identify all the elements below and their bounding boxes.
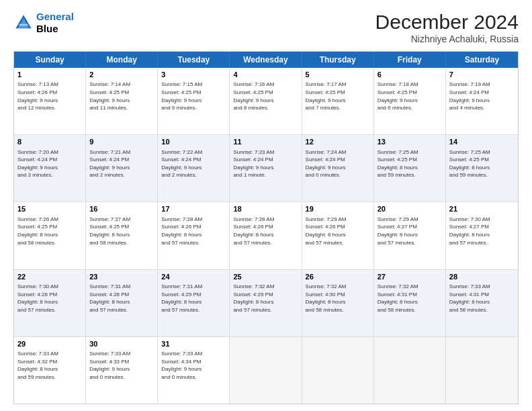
day-info: Sunrise: 7:28 AM Sunset: 4:26 PM Dayligh…	[161, 216, 226, 246]
table-row: 11Sunrise: 7:23 AM Sunset: 4:24 PM Dayli…	[230, 135, 302, 201]
header-sunday: Sunday	[14, 52, 86, 68]
day-number: 16	[89, 204, 154, 214]
day-number: 8	[17, 137, 82, 147]
table-row: 8Sunrise: 7:20 AM Sunset: 4:24 PM Daylig…	[14, 135, 86, 201]
day-info: Sunrise: 7:32 AM Sunset: 4:30 PM Dayligh…	[306, 283, 370, 314]
day-info: Sunrise: 7:32 AM Sunset: 4:31 PM Dayligh…	[378, 283, 442, 314]
table-row: 18Sunrise: 7:28 AM Sunset: 4:26 PM Dayli…	[230, 202, 302, 269]
day-info: Sunrise: 7:33 AM Sunset: 4:34 PM Dayligh…	[161, 350, 226, 381]
day-info: Sunrise: 7:15 AM Sunset: 4:25 PM Dayligh…	[161, 81, 226, 111]
title-block: December 2024 Nizhniye Achaluki, Russia	[375, 11, 519, 44]
table-row: 7Sunrise: 7:19 AM Sunset: 4:24 PM Daylig…	[446, 68, 518, 134]
day-info: Sunrise: 7:25 AM Sunset: 4:25 PM Dayligh…	[378, 148, 442, 179]
day-info: Sunrise: 7:29 AM Sunset: 4:26 PM Dayligh…	[306, 216, 370, 246]
table-row: 3Sunrise: 7:15 AM Sunset: 4:25 PM Daylig…	[158, 68, 230, 134]
day-info: Sunrise: 7:30 AM Sunset: 4:27 PM Dayligh…	[449, 216, 515, 246]
page: General Blue December 2024 Nizhniye Acha…	[0, 0, 532, 411]
day-number: 2	[89, 70, 154, 80]
day-number: 17	[161, 204, 226, 214]
day-info: Sunrise: 7:32 AM Sunset: 4:29 PM Dayligh…	[233, 283, 298, 314]
day-number: 30	[89, 339, 154, 349]
table-row: 5Sunrise: 7:17 AM Sunset: 4:25 PM Daylig…	[302, 68, 374, 134]
day-number: 10	[161, 137, 226, 147]
day-number: 20	[378, 204, 442, 214]
day-info: Sunrise: 7:33 AM Sunset: 4:32 PM Dayligh…	[17, 350, 82, 381]
day-info: Sunrise: 7:27 AM Sunset: 4:25 PM Dayligh…	[89, 216, 154, 246]
day-info: Sunrise: 7:33 AM Sunset: 4:33 PM Dayligh…	[89, 350, 154, 381]
table-row: 23Sunrise: 7:31 AM Sunset: 4:28 PM Dayli…	[86, 270, 158, 336]
table-row: 1Sunrise: 7:13 AM Sunset: 4:26 PM Daylig…	[14, 68, 86, 134]
day-info: Sunrise: 7:19 AM Sunset: 4:24 PM Dayligh…	[449, 81, 515, 111]
day-number: 24	[161, 272, 226, 282]
table-row: 4Sunrise: 7:16 AM Sunset: 4:25 PM Daylig…	[230, 68, 302, 134]
logo: General Blue	[13, 11, 74, 35]
table-row: 9Sunrise: 7:21 AM Sunset: 4:24 PM Daylig…	[86, 135, 158, 201]
day-number: 5	[306, 70, 370, 80]
day-info: Sunrise: 7:20 AM Sunset: 4:24 PM Dayligh…	[17, 148, 82, 179]
day-number: 25	[233, 272, 298, 282]
day-info: Sunrise: 7:29 AM Sunset: 4:27 PM Dayligh…	[378, 216, 442, 246]
day-info: Sunrise: 7:14 AM Sunset: 4:25 PM Dayligh…	[89, 81, 154, 111]
day-number: 13	[378, 137, 442, 147]
day-info: Sunrise: 7:13 AM Sunset: 4:26 PM Dayligh…	[17, 81, 82, 111]
day-info: Sunrise: 7:26 AM Sunset: 4:25 PM Dayligh…	[17, 216, 82, 246]
day-number: 3	[161, 70, 226, 80]
table-row: 19Sunrise: 7:29 AM Sunset: 4:26 PM Dayli…	[302, 202, 374, 269]
calendar-row: 22Sunrise: 7:30 AM Sunset: 4:28 PM Dayli…	[14, 270, 518, 337]
table-row: 28Sunrise: 7:33 AM Sunset: 4:31 PM Dayli…	[446, 270, 518, 336]
day-number: 26	[306, 272, 370, 282]
day-info: Sunrise: 7:18 AM Sunset: 4:25 PM Dayligh…	[378, 81, 442, 111]
day-info: Sunrise: 7:24 AM Sunset: 4:24 PM Dayligh…	[306, 148, 370, 179]
table-row: 27Sunrise: 7:32 AM Sunset: 4:31 PM Dayli…	[374, 270, 446, 336]
day-info: Sunrise: 7:25 AM Sunset: 4:25 PM Dayligh…	[449, 148, 515, 179]
calendar-row: 29Sunrise: 7:33 AM Sunset: 4:32 PM Dayli…	[14, 337, 518, 404]
day-number: 31	[161, 339, 226, 349]
day-number: 15	[17, 204, 82, 214]
calendar-row: 1Sunrise: 7:13 AM Sunset: 4:26 PM Daylig…	[14, 68, 518, 135]
logo-text: General Blue	[36, 11, 74, 35]
day-number: 21	[449, 204, 515, 214]
day-number: 27	[378, 272, 442, 282]
table-row: 6Sunrise: 7:18 AM Sunset: 4:25 PM Daylig…	[374, 68, 446, 134]
table-row: 22Sunrise: 7:30 AM Sunset: 4:28 PM Dayli…	[14, 270, 86, 336]
table-row: 24Sunrise: 7:31 AM Sunset: 4:29 PM Dayli…	[158, 270, 230, 336]
header-friday: Friday	[374, 52, 446, 68]
day-number: 29	[17, 339, 82, 349]
day-number: 11	[233, 137, 298, 147]
day-number: 22	[17, 272, 82, 282]
day-info: Sunrise: 7:16 AM Sunset: 4:25 PM Dayligh…	[233, 81, 298, 111]
day-number: 1	[17, 70, 82, 80]
day-number: 28	[449, 272, 515, 282]
table-row	[446, 337, 518, 404]
table-row: 10Sunrise: 7:22 AM Sunset: 4:24 PM Dayli…	[158, 135, 230, 201]
day-number: 6	[378, 70, 442, 80]
location-title: Nizhniye Achaluki, Russia	[375, 34, 519, 44]
header-monday: Monday	[86, 52, 158, 68]
calendar-header: Sunday Monday Tuesday Wednesday Thursday…	[14, 52, 518, 68]
table-row: 12Sunrise: 7:24 AM Sunset: 4:24 PM Dayli…	[302, 135, 374, 201]
table-row	[230, 337, 302, 404]
table-row: 17Sunrise: 7:28 AM Sunset: 4:26 PM Dayli…	[158, 202, 230, 269]
table-row: 13Sunrise: 7:25 AM Sunset: 4:25 PM Dayli…	[374, 135, 446, 201]
table-row: 29Sunrise: 7:33 AM Sunset: 4:32 PM Dayli…	[14, 337, 86, 404]
header-wednesday: Wednesday	[230, 52, 302, 68]
svg-rect-2	[19, 24, 28, 26]
day-number: 14	[449, 137, 515, 147]
header-thursday: Thursday	[302, 52, 374, 68]
table-row: 21Sunrise: 7:30 AM Sunset: 4:27 PM Dayli…	[446, 202, 518, 269]
day-info: Sunrise: 7:23 AM Sunset: 4:24 PM Dayligh…	[233, 148, 298, 179]
header: General Blue December 2024 Nizhniye Acha…	[13, 11, 519, 44]
day-info: Sunrise: 7:21 AM Sunset: 4:24 PM Dayligh…	[89, 148, 154, 179]
day-info: Sunrise: 7:28 AM Sunset: 4:26 PM Dayligh…	[233, 216, 298, 246]
table-row: 30Sunrise: 7:33 AM Sunset: 4:33 PM Dayli…	[86, 337, 158, 404]
calendar-row: 15Sunrise: 7:26 AM Sunset: 4:25 PM Dayli…	[14, 202, 518, 269]
day-info: Sunrise: 7:30 AM Sunset: 4:28 PM Dayligh…	[17, 283, 82, 314]
day-number: 12	[306, 137, 370, 147]
calendar: Sunday Monday Tuesday Wednesday Thursday…	[13, 51, 519, 404]
table-row: 2Sunrise: 7:14 AM Sunset: 4:25 PM Daylig…	[86, 68, 158, 134]
table-row: 26Sunrise: 7:32 AM Sunset: 4:30 PM Dayli…	[302, 270, 374, 336]
day-info: Sunrise: 7:31 AM Sunset: 4:29 PM Dayligh…	[161, 283, 226, 314]
day-info: Sunrise: 7:31 AM Sunset: 4:28 PM Dayligh…	[89, 283, 154, 314]
day-info: Sunrise: 7:33 AM Sunset: 4:31 PM Dayligh…	[449, 283, 515, 314]
table-row: 15Sunrise: 7:26 AM Sunset: 4:25 PM Dayli…	[14, 202, 86, 269]
